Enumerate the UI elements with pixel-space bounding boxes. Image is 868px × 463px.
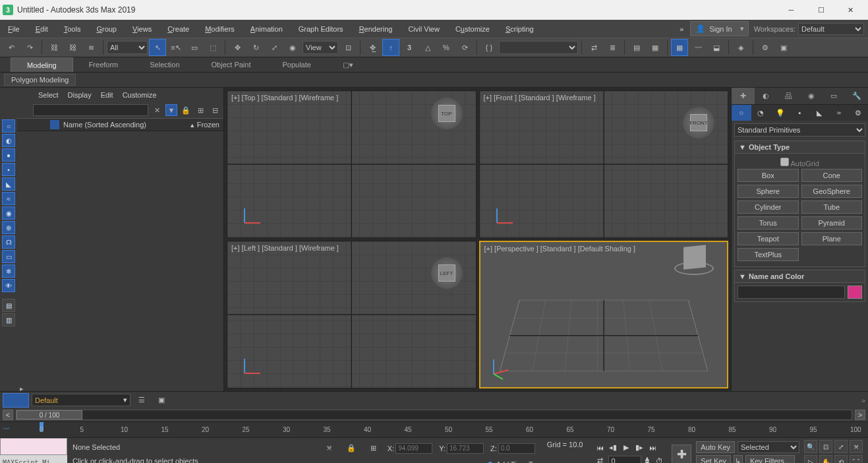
move-button[interactable]: ✥ — [229, 39, 246, 56]
filter-helpers-icon[interactable]: ◣ — [2, 177, 15, 191]
link-button[interactable]: ⛓ — [45, 39, 63, 56]
panel-tab-motion[interactable]: ◉ — [800, 88, 823, 104]
filter-bone-icon[interactable]: ☊ — [2, 235, 15, 249]
time-ruler[interactable]: 〰 05101520253035404550556065707580859095… — [0, 421, 868, 437]
primitive-teapot-button[interactable]: Teapot — [738, 232, 799, 245]
filter-all-icon[interactable]: ▤ — [2, 299, 15, 312]
overflow-icon[interactable]: » — [861, 396, 865, 404]
goto-start-button[interactable]: ⏮ — [593, 441, 606, 454]
goto-end-button[interactable]: ⏭ — [646, 441, 659, 454]
menu-graph-editors[interactable]: Graph Editors — [291, 20, 351, 38]
zoom-icon[interactable]: 🔍 — [804, 440, 817, 453]
time-track[interactable]: 0 / 100 — [16, 410, 852, 420]
scene-menu-select[interactable]: Select — [38, 91, 59, 99]
ribbon-tab-selection[interactable]: Selection — [134, 57, 195, 72]
menu-create[interactable]: Create — [159, 20, 197, 38]
selection-lock-area[interactable] — [0, 438, 67, 455]
subtab-geometry[interactable]: ○ — [732, 105, 751, 121]
filter-cameras-icon[interactable]: ▪ — [2, 163, 15, 176]
layer-dropdown[interactable]: Default▾ — [32, 394, 130, 406]
rotate-button[interactable]: ↻ — [247, 39, 264, 56]
scale-button[interactable]: ⤢ — [266, 39, 283, 56]
rollout-object-type-header[interactable]: ▼Object Type — [734, 140, 865, 154]
frame-down[interactable]: ▼ — [643, 461, 651, 464]
viewport-perspective[interactable]: [+] [Perspective ] [Standard ] [Default … — [479, 241, 729, 388]
menu-rendering[interactable]: Rendering — [351, 20, 401, 38]
key-filter-dropdown[interactable]: Selected — [738, 441, 799, 453]
key-in-button[interactable]: ↳ — [734, 455, 743, 464]
zoom-all-icon[interactable]: ⊡ — [819, 440, 832, 453]
filter-groups-icon[interactable]: ◉ — [2, 206, 15, 220]
view-cube[interactable]: TOP — [431, 98, 463, 129]
render-frame-button[interactable]: ▣ — [775, 39, 792, 56]
workspace-dropdown[interactable]: Default — [798, 23, 864, 35]
next-frame-button[interactable]: ▮▸ — [633, 441, 646, 454]
viewport-label[interactable]: [+] [Top ] [Standard ] [Wireframe ] — [231, 94, 338, 102]
menu-views[interactable]: Views — [125, 20, 159, 38]
subtab-helpers[interactable]: ◣ — [809, 105, 829, 121]
dope-sheet-button[interactable]: 〰 — [689, 39, 707, 56]
primitive-box-button[interactable]: Box — [738, 169, 799, 182]
filter-geometry-icon[interactable]: ○ — [2, 119, 15, 133]
key-mode-button[interactable]: ⇄ — [593, 454, 606, 464]
angle-snap-button[interactable]: △ — [419, 39, 436, 56]
subtab-cameras[interactable]: ▪ — [790, 105, 810, 121]
menu-animation[interactable]: Animation — [243, 20, 291, 38]
viewport-label[interactable]: [+] [Left ] [Standard ] [Wireframe ] — [231, 244, 339, 252]
view-cube[interactable]: FRONT — [683, 107, 714, 139]
z-input[interactable] — [498, 443, 535, 454]
absolute-mode-icon[interactable]: ⊞ — [365, 440, 380, 457]
filter-lights-icon[interactable]: ● — [2, 148, 15, 162]
play-button[interactable]: ▶ — [620, 441, 633, 454]
pan-icon[interactable]: ✋ — [819, 455, 832, 463]
percent-snap-button[interactable]: % — [438, 39, 455, 56]
menu-help[interactable]: » — [674, 20, 689, 38]
signin-button[interactable]: 👤 Sign In — [690, 21, 748, 36]
search-clear-icon[interactable]: ✕ — [151, 104, 163, 116]
add-time-tag-button[interactable]: ⬢Add Time Tag — [482, 460, 540, 464]
setkey-button[interactable]: Set Key — [696, 455, 731, 463]
material-editor-button[interactable]: ◈ — [732, 39, 749, 56]
view-cube[interactable]: LEFT — [431, 257, 463, 289]
panel-tab-display[interactable]: ▭ — [823, 88, 846, 104]
prev-frame-button[interactable]: ◂▮ — [606, 441, 620, 454]
scene-list[interactable] — [17, 131, 223, 386]
ribbon-tab-populate[interactable]: Populate — [266, 57, 326, 72]
primitive-torus-button[interactable]: Torus — [738, 216, 799, 230]
rectangle-region-button[interactable]: ▭ — [186, 39, 203, 56]
subtab-lights[interactable]: 💡 — [770, 105, 790, 121]
expand-icon[interactable]: ⊞ — [194, 104, 206, 116]
scene-menu-customize[interactable]: Customize — [123, 91, 157, 99]
filter-icon[interactable]: ▼ — [165, 104, 177, 116]
color-swatch[interactable] — [848, 286, 862, 299]
filter-spacewarps-icon[interactable]: ≈ — [2, 192, 15, 205]
primitive-plane-button[interactable]: Plane — [801, 232, 863, 245]
menu-customize[interactable]: Customize — [448, 20, 498, 38]
primitive-sphere-button[interactable]: Sphere — [738, 185, 799, 198]
lock-icon[interactable]: 🔒 — [343, 440, 359, 457]
set-key-big-button[interactable]: ✚ — [672, 445, 691, 464]
snaps-toggle-button[interactable]: 3 — [401, 39, 418, 56]
panel-tab-utilities[interactable]: 🔧 — [846, 88, 869, 104]
time-next-button[interactable]: > — [855, 410, 865, 420]
filter-none-icon[interactable]: ▥ — [2, 313, 15, 326]
frame-input[interactable] — [608, 456, 641, 464]
primitive-tube-button[interactable]: Tube — [801, 201, 863, 214]
menu-tools[interactable]: Tools — [56, 20, 89, 38]
align-button[interactable]: ≣ — [604, 39, 621, 56]
window-crossing-button[interactable]: ⬚ — [204, 39, 221, 56]
use-center-button[interactable]: ⊡ — [339, 39, 357, 56]
maxscript-listener[interactable]: MAXScript Mi — [0, 455, 67, 464]
select-object-button[interactable]: ↖ — [149, 39, 166, 56]
select-by-name-button[interactable]: ≡↖ — [167, 39, 185, 56]
filter-container-icon[interactable]: ▭ — [2, 250, 15, 263]
primitive-geosphere-button[interactable]: GeoSphere — [801, 185, 863, 198]
spinner-snap-button[interactable]: ⟳ — [456, 39, 473, 56]
placement-button[interactable]: ◉ — [284, 39, 301, 56]
panel-tab-create[interactable]: ✚ — [732, 88, 755, 104]
viewport-label[interactable]: [+] [Perspective ] [Standard ] [Default … — [484, 245, 636, 253]
primitive-cone-button[interactable]: Cone — [801, 169, 863, 182]
keyfilters-button[interactable]: Key Filters... — [745, 455, 795, 463]
autogrid-checkbox[interactable] — [780, 158, 789, 166]
lock-selection-icon[interactable]: ⤧ — [322, 440, 337, 457]
